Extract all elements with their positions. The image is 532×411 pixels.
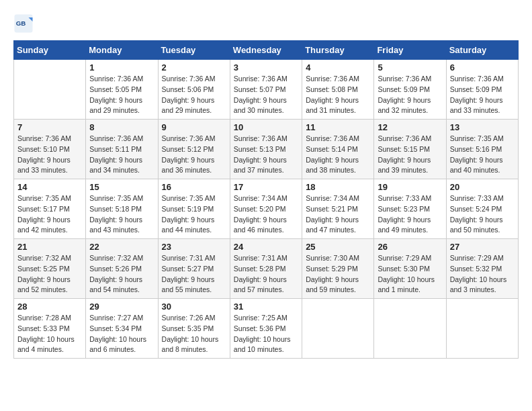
calendar-cell: 4Sunrise: 7:36 AMSunset: 5:08 PMDaylight… — [302, 60, 374, 120]
calendar-cell: 16Sunrise: 7:35 AMSunset: 5:19 PMDayligh… — [158, 179, 230, 239]
cell-info: Sunrise: 7:35 AMSunset: 5:18 PMDaylight:… — [89, 193, 154, 236]
calendar-cell — [446, 299, 518, 359]
cell-date: 31 — [234, 302, 298, 312]
calendar-cell: 8Sunrise: 7:36 AMSunset: 5:11 PMDaylight… — [86, 120, 158, 179]
calendar-cell: 15Sunrise: 7:35 AMSunset: 5:18 PMDayligh… — [86, 179, 158, 239]
cell-date: 20 — [450, 182, 515, 192]
cell-date: 19 — [378, 182, 442, 192]
cell-date: 29 — [89, 302, 154, 312]
cell-date: 15 — [89, 182, 154, 192]
calendar-week-1: 1Sunrise: 7:36 AMSunset: 5:05 PMDaylight… — [14, 60, 519, 120]
calendar-cell: 30Sunrise: 7:26 AMSunset: 5:35 PMDayligh… — [158, 299, 230, 359]
calendar-cell: 7Sunrise: 7:36 AMSunset: 5:10 PMDaylight… — [14, 120, 86, 179]
cell-date: 30 — [162, 302, 226, 312]
svg-text:GB: GB — [16, 19, 26, 27]
cell-info: Sunrise: 7:28 AMSunset: 5:33 PMDaylight:… — [17, 313, 82, 355]
cell-info: Sunrise: 7:36 AMSunset: 5:12 PMDaylight:… — [162, 134, 226, 176]
calendar-cell: 5Sunrise: 7:36 AMSunset: 5:09 PMDaylight… — [374, 60, 446, 120]
day-header-wednesday: Wednesday — [230, 41, 302, 60]
calendar-cell: 27Sunrise: 7:29 AMSunset: 5:32 PMDayligh… — [446, 239, 518, 299]
day-header-saturday: Saturday — [446, 41, 518, 60]
calendar-week-3: 14Sunrise: 7:35 AMSunset: 5:17 PMDayligh… — [14, 179, 519, 239]
cell-info: Sunrise: 7:36 AMSunset: 5:13 PMDaylight:… — [234, 134, 298, 176]
calendar-week-5: 28Sunrise: 7:28 AMSunset: 5:33 PMDayligh… — [14, 299, 519, 359]
calendar-cell — [374, 299, 446, 359]
calendar-cell: 31Sunrise: 7:25 AMSunset: 5:36 PMDayligh… — [230, 299, 302, 359]
calendar-week-4: 21Sunrise: 7:32 AMSunset: 5:25 PMDayligh… — [14, 239, 519, 299]
cell-date: 2 — [162, 62, 226, 73]
cell-date: 24 — [234, 242, 298, 252]
calendar-cell — [14, 60, 86, 120]
cell-date: 7 — [17, 122, 82, 132]
day-header-tuesday: Tuesday — [158, 41, 230, 60]
cell-date: 4 — [306, 62, 370, 73]
cell-date: 21 — [17, 242, 82, 252]
calendar-cell: 25Sunrise: 7:30 AMSunset: 5:29 PMDayligh… — [302, 239, 374, 299]
cell-date: 18 — [306, 182, 370, 192]
cell-date: 11 — [306, 122, 370, 132]
calendar-table: SundayMondayTuesdayWednesdayThursdayFrid… — [13, 40, 519, 359]
calendar-cell: 18Sunrise: 7:34 AMSunset: 5:21 PMDayligh… — [302, 179, 374, 239]
cell-date: 16 — [162, 182, 226, 192]
cell-info: Sunrise: 7:35 AMSunset: 5:19 PMDaylight:… — [162, 193, 226, 236]
cell-info: Sunrise: 7:25 AMSunset: 5:36 PMDaylight:… — [234, 313, 298, 355]
cell-info: Sunrise: 7:31 AMSunset: 5:28 PMDaylight:… — [234, 253, 298, 295]
cell-date: 22 — [89, 242, 154, 252]
calendar-cell: 17Sunrise: 7:34 AMSunset: 5:20 PMDayligh… — [230, 179, 302, 239]
logo-icon: GB — [13, 13, 34, 34]
cell-info: Sunrise: 7:36 AMSunset: 5:05 PMDaylight:… — [89, 74, 154, 116]
day-header-monday: Monday — [86, 41, 158, 60]
cell-info: Sunrise: 7:36 AMSunset: 5:15 PMDaylight:… — [378, 134, 442, 176]
logo: GB — [13, 13, 35, 34]
cell-info: Sunrise: 7:30 AMSunset: 5:29 PMDaylight:… — [306, 253, 370, 295]
cell-date: 25 — [306, 242, 370, 252]
cell-info: Sunrise: 7:36 AMSunset: 5:06 PMDaylight:… — [162, 74, 226, 116]
cell-date: 14 — [17, 182, 82, 192]
cell-info: Sunrise: 7:32 AMSunset: 5:25 PMDaylight:… — [17, 253, 82, 295]
calendar-cell: 19Sunrise: 7:33 AMSunset: 5:23 PMDayligh… — [374, 179, 446, 239]
calendar-cell: 24Sunrise: 7:31 AMSunset: 5:28 PMDayligh… — [230, 239, 302, 299]
calendar-cell: 2Sunrise: 7:36 AMSunset: 5:06 PMDaylight… — [158, 60, 230, 120]
cell-date: 23 — [162, 242, 226, 252]
calendar-cell: 26Sunrise: 7:29 AMSunset: 5:30 PMDayligh… — [374, 239, 446, 299]
cell-date: 6 — [450, 62, 515, 73]
cell-info: Sunrise: 7:29 AMSunset: 5:32 PMDaylight:… — [450, 253, 515, 295]
calendar-cell: 6Sunrise: 7:36 AMSunset: 5:09 PMDaylight… — [446, 60, 518, 120]
cell-info: Sunrise: 7:36 AMSunset: 5:07 PMDaylight:… — [234, 74, 298, 116]
calendar-week-2: 7Sunrise: 7:36 AMSunset: 5:10 PMDaylight… — [14, 120, 519, 179]
cell-info: Sunrise: 7:27 AMSunset: 5:34 PMDaylight:… — [89, 313, 154, 355]
calendar-cell: 13Sunrise: 7:35 AMSunset: 5:16 PMDayligh… — [446, 120, 518, 179]
cell-date: 5 — [378, 62, 442, 73]
calendar-cell: 3Sunrise: 7:36 AMSunset: 5:07 PMDaylight… — [230, 60, 302, 120]
cell-date: 13 — [450, 122, 515, 132]
cell-info: Sunrise: 7:33 AMSunset: 5:23 PMDaylight:… — [378, 193, 442, 236]
cell-info: Sunrise: 7:36 AMSunset: 5:08 PMDaylight:… — [306, 74, 370, 116]
cell-date: 9 — [162, 122, 226, 132]
page-header: GB — [13, 13, 519, 34]
cell-info: Sunrise: 7:36 AMSunset: 5:11 PMDaylight:… — [89, 134, 154, 176]
cell-date: 17 — [234, 182, 298, 192]
cell-info: Sunrise: 7:29 AMSunset: 5:30 PMDaylight:… — [378, 253, 442, 295]
calendar-cell: 10Sunrise: 7:36 AMSunset: 5:13 PMDayligh… — [230, 120, 302, 179]
calendar-cell: 11Sunrise: 7:36 AMSunset: 5:14 PMDayligh… — [302, 120, 374, 179]
cell-info: Sunrise: 7:34 AMSunset: 5:21 PMDaylight:… — [306, 193, 370, 236]
cell-info: Sunrise: 7:35 AMSunset: 5:17 PMDaylight:… — [17, 193, 82, 236]
cell-info: Sunrise: 7:36 AMSunset: 5:14 PMDaylight:… — [306, 134, 370, 176]
calendar-cell: 29Sunrise: 7:27 AMSunset: 5:34 PMDayligh… — [86, 299, 158, 359]
cell-info: Sunrise: 7:33 AMSunset: 5:24 PMDaylight:… — [450, 193, 515, 236]
cell-date: 1 — [89, 62, 154, 73]
cell-info: Sunrise: 7:34 AMSunset: 5:20 PMDaylight:… — [234, 193, 298, 236]
cell-info: Sunrise: 7:31 AMSunset: 5:27 PMDaylight:… — [162, 253, 226, 295]
cell-date: 12 — [378, 122, 442, 132]
calendar-cell: 9Sunrise: 7:36 AMSunset: 5:12 PMDaylight… — [158, 120, 230, 179]
calendar-cell — [302, 299, 374, 359]
cell-date: 3 — [234, 62, 298, 73]
cell-date: 10 — [234, 122, 298, 132]
cell-date: 8 — [89, 122, 154, 132]
calendar-cell: 23Sunrise: 7:31 AMSunset: 5:27 PMDayligh… — [158, 239, 230, 299]
day-header-sunday: Sunday — [14, 41, 86, 60]
calendar-cell: 12Sunrise: 7:36 AMSunset: 5:15 PMDayligh… — [374, 120, 446, 179]
cell-info: Sunrise: 7:32 AMSunset: 5:26 PMDaylight:… — [89, 253, 154, 295]
day-header-friday: Friday — [374, 41, 446, 60]
calendar-header-row: SundayMondayTuesdayWednesdayThursdayFrid… — [14, 41, 519, 60]
